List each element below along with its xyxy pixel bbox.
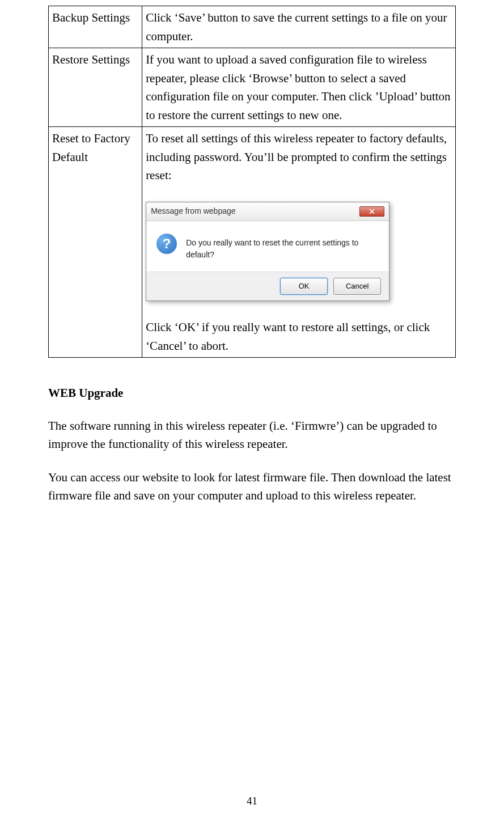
row-desc-top: To reset all settings of this wireless r… bbox=[146, 129, 452, 185]
dialog-body: ? Do you really want to reset the curren… bbox=[146, 221, 389, 272]
paragraph: You can access our website to look for l… bbox=[48, 469, 456, 505]
cancel-button[interactable]: Cancel bbox=[333, 278, 381, 295]
close-icon[interactable] bbox=[359, 206, 384, 217]
row-label: Restore Settings bbox=[49, 48, 142, 127]
dialog-message: Do you really want to reset the current … bbox=[186, 234, 379, 261]
page-content: Backup Settings Click ‘Save’ button to s… bbox=[0, 0, 504, 505]
section-heading: WEB Upgrade bbox=[48, 386, 456, 400]
table-row: Restore Settings If you want to upload a… bbox=[49, 48, 456, 127]
table-row: Backup Settings Click ‘Save’ button to s… bbox=[49, 6, 456, 48]
row-desc: Click ‘Save’ button to save the current … bbox=[142, 6, 456, 48]
row-label: Reset to Factory Default bbox=[49, 127, 142, 358]
dialog-buttons: OK Cancel bbox=[146, 272, 389, 300]
row-desc: If you want to upload a saved configurat… bbox=[142, 48, 456, 127]
row-desc-bottom: Click ‘OK’ if you really want to restore… bbox=[146, 318, 452, 355]
question-icon: ? bbox=[156, 234, 177, 254]
dialog-title: Message from webpage bbox=[151, 205, 235, 218]
settings-table: Backup Settings Click ‘Save’ button to s… bbox=[48, 6, 456, 358]
page-number: 41 bbox=[0, 795, 504, 807]
dialog-titlebar: Message from webpage bbox=[146, 202, 389, 221]
paragraph: The software running in this wireless re… bbox=[48, 417, 456, 453]
ok-button[interactable]: OK bbox=[280, 278, 328, 295]
confirm-dialog: Message from webpage ? Do you really wan… bbox=[146, 202, 389, 301]
row-label: Backup Settings bbox=[49, 6, 142, 48]
row-desc-cell: To reset all settings of this wireless r… bbox=[142, 127, 456, 358]
table-row: Reset to Factory Default To reset all se… bbox=[49, 127, 456, 358]
